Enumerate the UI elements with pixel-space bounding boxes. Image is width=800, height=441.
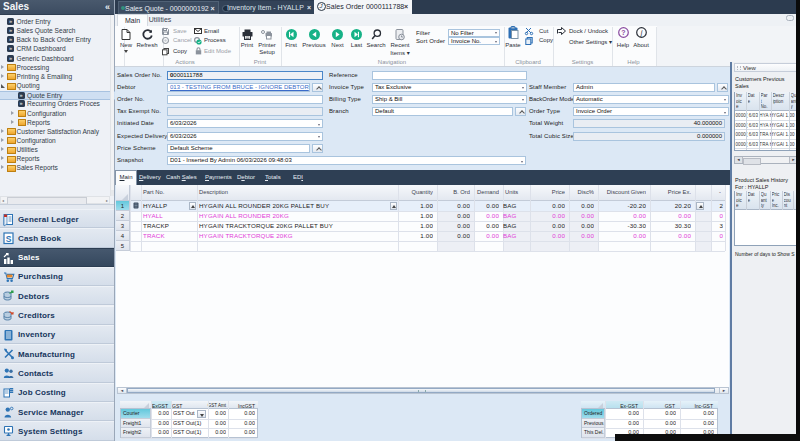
svg-text:?: ? [621, 29, 625, 36]
svg-text:j: j [639, 29, 642, 37]
svg-text:S: S [6, 234, 12, 244]
